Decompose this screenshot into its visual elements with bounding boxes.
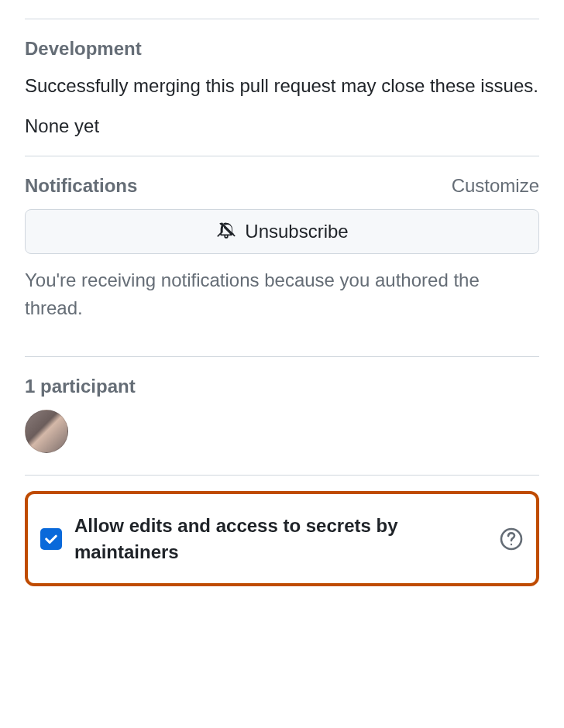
svg-point-1 [511,543,512,544]
notifications-title: Notifications [25,175,137,197]
allow-edits-label[interactable]: Allow edits and access to secrets by mai… [74,513,487,565]
notifications-section: Notifications Customize Unsubscribe You'… [25,156,539,356]
help-icon[interactable] [499,527,524,551]
participants-count: 1 participant [25,376,539,397]
notifications-reason: You're receiving notifications because y… [25,266,539,322]
allow-edits-section: Allow edits and access to secrets by mai… [25,491,539,586]
allow-edits-checkbox[interactable] [40,528,62,550]
unsubscribe-label: Unsubscribe [245,221,348,242]
participants-section: 1 participant [25,356,539,475]
development-title: Development [25,38,142,60]
development-section: Development Successfully merging this pu… [25,19,539,156]
customize-link[interactable]: Customize [452,175,539,197]
development-none-yet: None yet [25,115,539,137]
bell-mute-icon [215,221,237,242]
development-description: Successfully merging this pull request m… [25,72,539,100]
avatar[interactable] [25,410,68,453]
check-icon [43,531,59,547]
unsubscribe-button[interactable]: Unsubscribe [25,209,539,254]
divider [25,475,539,476]
